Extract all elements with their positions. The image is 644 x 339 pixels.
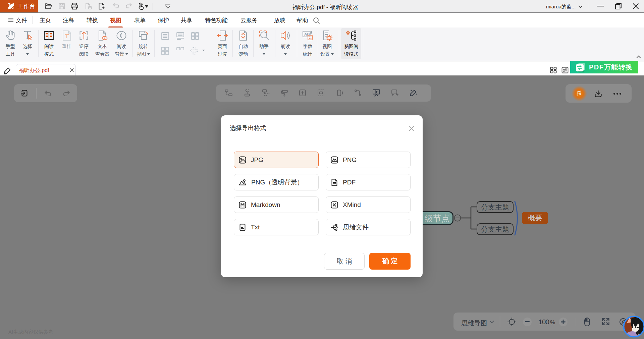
svg-text:AB: AB: [304, 32, 310, 36]
